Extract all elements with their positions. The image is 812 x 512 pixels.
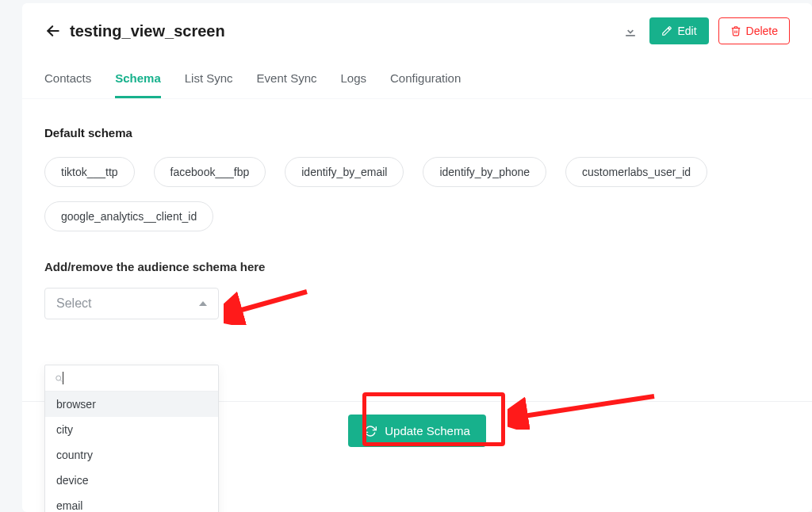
tab-list-sync[interactable]: List Sync (185, 63, 233, 98)
text-cursor (63, 372, 63, 384)
tab-configuration[interactable]: Configuration (390, 63, 461, 98)
dropdown-option[interactable]: browser (45, 392, 218, 417)
dropdown-option[interactable]: country (45, 442, 218, 468)
schema-pill[interactable]: customerlabs_user_id (565, 157, 707, 187)
edit-icon (661, 25, 672, 36)
trash-icon (730, 25, 741, 36)
update-schema-button[interactable]: Update Schema (348, 415, 486, 447)
caret-up-icon (199, 301, 207, 306)
tabs: Contacts Schema List Sync Event Sync Log… (22, 63, 812, 99)
refresh-icon (364, 425, 377, 437)
search-icon (55, 373, 63, 384)
page-title: testing_view_screen (70, 22, 621, 40)
dropdown-option[interactable]: device (45, 468, 218, 493)
edit-button-label: Edit (677, 25, 696, 37)
dropdown-search-input[interactable] (70, 372, 209, 384)
dropdown-option[interactable]: city (45, 417, 218, 442)
tab-schema[interactable]: Schema (115, 63, 161, 98)
default-schema-label: Default schema (44, 126, 790, 139)
tab-contacts[interactable]: Contacts (44, 63, 91, 98)
arrow-left-icon (45, 23, 61, 39)
edit-button[interactable]: Edit (649, 17, 708, 44)
svg-point-1 (56, 376, 61, 380)
schema-pill[interactable]: google_analytics__client_id (44, 201, 213, 231)
schema-pill[interactable]: tiktok___ttp (44, 157, 135, 187)
dropdown-list: browser city country device email first_… (45, 392, 218, 512)
schema-select[interactable]: Select (44, 288, 219, 319)
schema-pill[interactable]: facebook___fbp (154, 157, 266, 187)
delete-button[interactable]: Delete (718, 17, 790, 44)
delete-button-label: Delete (746, 25, 778, 37)
update-schema-label: Update Schema (385, 424, 470, 437)
schema-select-dropdown: browser city country device email first_… (44, 365, 219, 512)
back-button[interactable] (44, 22, 62, 40)
body: Default schema tiktok___ttp facebook___f… (22, 99, 812, 335)
download-button[interactable] (621, 21, 640, 40)
select-placeholder: Select (56, 296, 91, 311)
add-remove-label: Add/remove the audience schema here (44, 260, 790, 273)
header-actions: Edit Delete (621, 17, 790, 44)
download-icon (622, 23, 638, 39)
svg-line-2 (60, 380, 62, 381)
schema-pills-row: tiktok___ttp facebook___fbp identify_by_… (44, 157, 790, 231)
schema-pill[interactable]: identify_by_email (285, 157, 404, 187)
header-row: testing_view_screen Edit Delete (22, 3, 812, 52)
dropdown-search-row (45, 365, 218, 392)
schema-pill[interactable]: identify_by_phone (423, 157, 546, 187)
tab-logs[interactable]: Logs (340, 63, 366, 98)
tab-event-sync[interactable]: Event Sync (257, 63, 317, 98)
dropdown-option[interactable]: email (45, 493, 218, 512)
